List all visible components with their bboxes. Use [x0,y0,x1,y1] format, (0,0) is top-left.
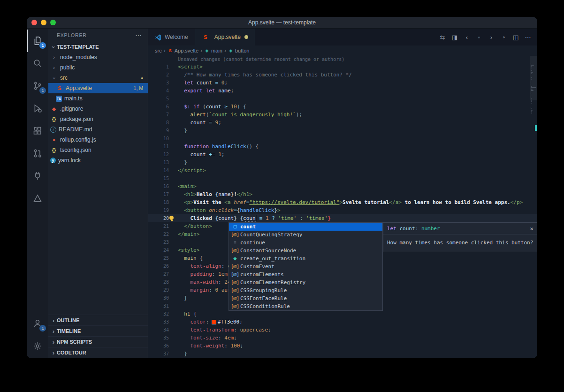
tree-item-yarn-lock[interactable]: yyarn.lock [48,155,148,166]
code-editor[interactable]: Unsaved changes (cannot determine recent… [148,56,537,358]
code-line-10[interactable]: 10 [148,135,537,143]
method-icon: ◆ [230,255,240,263]
json-icon: {} [50,116,58,122]
zoom-button[interactable] [50,20,56,25]
suggestion-customelements[interactable]: [@]customElements [229,271,382,279]
tree-item-node-modules[interactable]: ›node_modules [48,52,148,62]
activity-triangle-extension[interactable] [27,187,48,210]
views-more-actions-icon[interactable]: ⋯ [135,31,142,39]
project-root-header[interactable]: › TEST-TEMPLATE [48,42,148,52]
split-editor-icon[interactable]: ◫ [510,34,521,41]
activity-search[interactable] [27,52,48,75]
code-line-17[interactable]: 17 <h1>Hello {name}!</h1> [148,190,537,198]
breadcrumb-main[interactable]: ◈main [204,48,222,53]
activity-settings[interactable] [27,335,48,357]
code-line-15[interactable]: 15 [148,174,537,182]
code-line-34[interactable]: 34 text-transform: uppercase; [148,326,537,334]
code-line-2[interactable]: 2 /** How many times has someone clicked… [148,71,537,79]
minimap-line [531,98,532,99]
tree-item-src[interactable]: ›src● [48,73,148,83]
code-line-14[interactable]: 14</script> [148,166,537,174]
suggestion-count[interactable]: ▢count [229,223,382,231]
activity-run-debug[interactable] [27,97,48,120]
tab-app-svelte[interactable]: S App.svelte [195,29,255,45]
code-line-4[interactable]: 4 export let name; [148,87,537,95]
variable-blue-icon: [@] [230,271,240,279]
code-line-18[interactable]: 18 <p>Visit the <a href="https://svelte.… [148,198,537,206]
tree-item-public[interactable]: ›public [48,62,148,73]
activity-extensions[interactable] [27,120,48,142]
line-number: 5 [148,95,169,103]
toggle-blame-icon[interactable]: ◦ [473,34,485,41]
code-line-3[interactable]: 3 let count = 0; [148,79,537,87]
code-line-35[interactable]: 35 font-size: 4em; [148,334,537,342]
line-number: 36 [148,342,169,350]
panel-codetour[interactable]: ›CODETOUR [48,347,148,358]
code-line-20[interactable]: 20 Clicked {count} {coun ≡ 1 ? 'time' : … [148,214,537,222]
minimize-button[interactable] [41,20,46,25]
activity-accounts[interactable]: 1 [27,312,48,335]
code-line-6[interactable]: 6 $: if (count ≥ 10) { [148,103,537,111]
code-line-36[interactable]: 36 font-weight: 100; [148,342,537,350]
suggestion-cssgroupingrule[interactable]: [@]CSSGroupingRule [229,286,382,294]
code-line-13[interactable]: 13 } [148,158,537,166]
code-line-16[interactable]: 16<main> [148,182,537,190]
minimap-line [531,100,532,101]
more-actions-icon[interactable]: ⋯ [522,34,534,41]
minimap-line [531,87,536,88]
previous-change-icon[interactable]: ‹ [461,34,473,41]
tree-item-package-json[interactable]: {}package.json [48,114,148,124]
suggestion-countqueuingstrategy[interactable]: [@]CountQueuingStrategy [229,231,382,239]
suggestion-continue[interactable]: ≡continue [229,239,382,247]
close-button[interactable] [31,20,37,25]
compare-changes-icon[interactable]: ⇆ [437,34,448,41]
breadcrumb-src[interactable]: src [155,48,162,53]
activity-github-pr[interactable] [27,142,48,165]
suggestion-cssconditionrule[interactable]: [@]CSSConditionRule [229,302,382,310]
tree-item-main-ts[interactable]: TSmain.ts [48,93,148,104]
activity-explorer[interactable]: 1 [27,30,48,52]
code-line-8[interactable]: 8 count = 9; [148,119,537,127]
suggestion-create-out-transition[interactable]: ◆create_out_transition [229,255,382,263]
close-icon[interactable]: × [530,226,534,232]
open-changes-icon[interactable]: ◨ [449,34,460,41]
code-line-32[interactable]: 32 h1 { [148,310,537,318]
code-line-37[interactable]: 37 } [148,350,537,358]
suggestion-constantsourcenode[interactable]: [@]ConstantSourceNode [229,247,382,255]
line-number: 19 [148,206,169,214]
tree-item-rollup-config-js[interactable]: ●rollup.config.js [48,135,148,145]
minimap[interactable] [530,56,537,358]
desktop: App.svelte — test-template 1 1 [0,0,564,392]
panel-npm-scripts[interactable]: ›NPM SCRIPTS [48,337,148,347]
panel-outline[interactable]: ›OUTLINE [48,315,148,326]
tree-item-gitignore[interactable]: ◆.gitignore [48,104,148,114]
code-line-1[interactable]: 1<script> [148,63,537,71]
tab-welcome[interactable]: Welcome [148,29,195,45]
breadcrumb-button[interactable]: ◈button [228,48,250,53]
code-line-33[interactable]: 33 color: #ff3e00; [148,318,537,326]
code-line-5[interactable]: 5 [148,95,537,103]
tree-item-tsconfig-json[interactable]: {}tsconfig.json [48,145,148,155]
suggestion-customevent[interactable]: [@]CustomEvent [229,263,382,271]
chevron-right-icon: › [50,350,57,356]
tree-item-readme-md[interactable]: iREADME.md [48,124,148,135]
breadcrumb-app-svelte[interactable]: SApp.svelte [168,48,198,53]
info-icon: i [50,127,56,133]
file-history-icon[interactable]: ◔ [498,34,509,41]
suggestion-cssfontfacerule[interactable]: [@]CSSFontFaceRule [229,294,382,302]
panel-timeline[interactable]: ›TIMELINE [48,326,148,337]
line-number: 26 [148,262,169,270]
next-change-icon[interactable]: › [486,34,497,41]
titlebar[interactable]: App.svelte — test-template [27,17,537,29]
code-line-11[interactable]: 11 function handleClick() { [148,143,537,151]
code-line-9[interactable]: 9 } [148,127,537,135]
suggestion-customelementregistry[interactable]: [@]CustomElementRegistry [229,279,382,286]
lightbulb-icon[interactable] [169,216,174,220]
code-line-7[interactable]: 7 alert(`count is dangerously high!`); [148,111,537,119]
activity-remote-explorer[interactable] [27,165,48,187]
tree-item-app-svelte[interactable]: SApp.svelte1, M [48,83,148,93]
code-line-12[interactable]: 12 count += 1; [148,151,537,158]
code-line-19[interactable]: 19 <button on:click={handleClick}> [148,206,537,214]
activity-source-control[interactable]: 1 [27,75,48,97]
gear-icon [33,341,42,351]
